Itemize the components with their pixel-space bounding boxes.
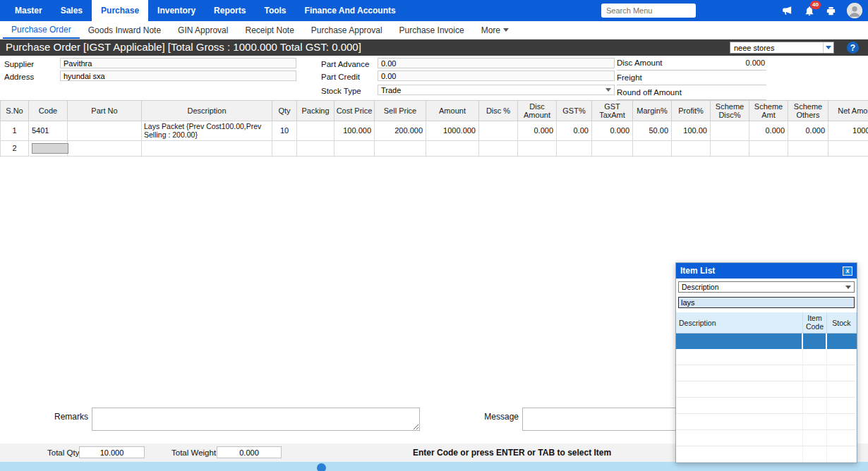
total-weight-value[interactable]: 0.000 <box>217 446 282 458</box>
grid-cell[interactable]: 1000.000 <box>828 121 868 141</box>
column-header: Part No <box>68 101 142 121</box>
chevron-down-icon <box>826 46 831 49</box>
status-dot-icon[interactable] <box>317 463 326 471</box>
grid-cell[interactable]: 50.00 <box>633 121 672 141</box>
item-list-row[interactable] <box>676 349 857 365</box>
grid-cell[interactable] <box>375 140 426 156</box>
tab-purchase-approval[interactable]: Purchase Approval <box>303 21 391 39</box>
grid-cell[interactable] <box>479 121 518 141</box>
grid-cell[interactable] <box>426 140 479 156</box>
message-label: Message <box>473 412 519 422</box>
grid-cell[interactable] <box>711 121 749 141</box>
close-icon[interactable]: x <box>843 267 852 276</box>
remarks-textarea[interactable] <box>92 408 420 431</box>
tab-purchase-invoice[interactable]: Purchase Invoice <box>391 21 473 39</box>
grid-cell[interactable]: 0.000 <box>518 121 557 141</box>
grid-cell[interactable] <box>68 140 142 156</box>
menu-item-inventory[interactable]: Inventory <box>148 0 205 21</box>
grid-cell[interactable] <box>557 140 592 156</box>
item-list-row[interactable] <box>676 398 857 414</box>
grid-cell[interactable] <box>68 121 142 141</box>
menu-item-finance-and-accounts[interactable]: Finance And Accounts <box>296 0 405 21</box>
tab-more[interactable]: More <box>473 21 517 39</box>
grid-cell[interactable]: 200.000 <box>375 121 426 141</box>
grid-cell[interactable] <box>749 140 788 156</box>
menu-item-master[interactable]: Master <box>6 0 52 21</box>
store-select[interactable]: neee stores <box>730 42 834 54</box>
notifications-bell-icon[interactable]: 40 <box>804 5 815 17</box>
column-header: Cost Price <box>334 101 375 121</box>
grid-cell[interactable] <box>828 140 868 156</box>
column-header: Profit% <box>672 101 711 121</box>
roundoff-label: Round off Amount <box>617 88 682 97</box>
item-list-search-input[interactable] <box>678 297 855 308</box>
grid-cell[interactable] <box>633 140 672 156</box>
freight-row[interactable]: Freight <box>617 71 766 85</box>
grid-cell[interactable] <box>479 140 518 156</box>
grid-cell[interactable]: 0.000 <box>788 121 828 141</box>
grid-cell[interactable] <box>272 140 297 156</box>
menu-item-tools[interactable]: Tools <box>255 0 295 21</box>
item-list-row[interactable] <box>676 430 857 446</box>
total-qty-value[interactable]: 10.000 <box>79 446 145 458</box>
grid-cell[interactable]: 100.00 <box>672 121 711 141</box>
menu-item-sales[interactable]: Sales <box>52 0 92 21</box>
grid-cell[interactable]: 0.00 <box>557 121 592 141</box>
grid-cell[interactable] <box>592 140 633 156</box>
next-code-input[interactable] <box>32 143 68 154</box>
item-list-cell[interactable] <box>827 334 857 349</box>
grid-cell[interactable] <box>142 140 272 156</box>
grid-cell[interactable] <box>518 140 557 156</box>
address-input[interactable] <box>60 71 296 81</box>
part-credit-input[interactable] <box>378 71 615 81</box>
item-list-row[interactable] <box>676 414 857 430</box>
tab-purchase-order[interactable]: Purchase Order <box>3 21 80 39</box>
grid-cell[interactable] <box>711 140 749 156</box>
item-list-filter-select[interactable]: Description <box>678 281 855 293</box>
roundoff-row[interactable]: Round off Amount <box>617 85 766 100</box>
menu-item-reports[interactable]: Reports <box>205 0 255 21</box>
tab-goods-inward-note[interactable]: Goods Inward Note <box>80 21 169 39</box>
grid-cell[interactable] <box>297 140 334 156</box>
announcement-icon[interactable] <box>781 5 793 17</box>
menu-item-purchase[interactable]: Purchase <box>92 0 148 21</box>
grid-cell[interactable] <box>29 140 68 156</box>
search-input[interactable] <box>601 4 696 18</box>
supplier-label: Supplier <box>4 60 34 68</box>
store-select-arrow[interactable] <box>823 42 833 53</box>
grid-cell[interactable]: 5401 <box>29 121 68 141</box>
item-list-cell[interactable] <box>676 334 803 349</box>
column-header: Net Amount <box>828 101 868 121</box>
user-avatar[interactable] <box>847 3 862 18</box>
tab-gin-approval[interactable]: GIN Approval <box>169 21 236 39</box>
grid-cell[interactable] <box>334 140 375 156</box>
grid-cell[interactable] <box>788 140 828 156</box>
stock-type-select[interactable]: Trade <box>378 85 615 95</box>
item-list-cell[interactable] <box>803 334 827 349</box>
item-list-selected-row[interactable] <box>676 334 857 349</box>
help-button[interactable]: ? <box>847 42 859 54</box>
tab-receipt-note[interactable]: Receipt Note <box>236 21 302 39</box>
column-header: Disc % <box>479 101 518 121</box>
grid-header-row: S.No Code Part No Description Qty Packin… <box>1 101 868 121</box>
grid-cell[interactable]: 2 <box>1 140 29 156</box>
grid-cell[interactable]: 10 <box>272 121 297 141</box>
disc-amount-row[interactable]: Disc Amount 0.000 <box>617 56 766 71</box>
item-list-row[interactable] <box>676 446 857 463</box>
column-header: S.No <box>1 101 29 121</box>
grid-cell[interactable] <box>672 140 711 156</box>
chevron-down-icon <box>605 88 611 92</box>
part-advance-label: Part Advance <box>321 60 369 68</box>
grid-cell[interactable] <box>297 121 334 141</box>
grid-cell[interactable]: 0.000 <box>749 121 788 141</box>
item-list-row[interactable] <box>676 365 857 381</box>
supplier-input[interactable] <box>60 58 296 68</box>
grid-cell[interactable]: 1000.000 <box>426 121 479 141</box>
grid-cell[interactable]: 0.000 <box>592 121 633 141</box>
item-list-row[interactable] <box>676 381 857 398</box>
grid-cell[interactable]: 100.000 <box>334 121 375 141</box>
grid-cell[interactable]: Lays Packet {Prev Cost100.00,Prev Sellin… <box>142 121 272 141</box>
grid-cell[interactable]: 1 <box>1 121 29 141</box>
part-advance-input[interactable] <box>378 58 615 68</box>
print-icon[interactable] <box>826 6 836 16</box>
